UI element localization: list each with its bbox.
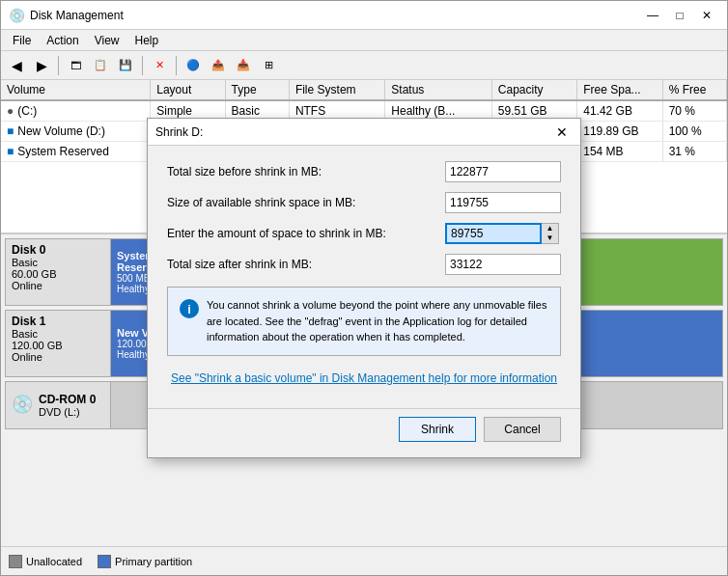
modal-label-2: Size of available shrink space in MB:: [167, 196, 445, 209]
modal-row-4: Total size after shrink in MB: 33122: [167, 254, 561, 275]
modal-title: Shrink D:: [155, 125, 551, 139]
modal-overlay: Shrink D: ✕ Total size before shrink in …: [0, 0, 728, 576]
modal-spinner: ▲ ▼: [542, 223, 559, 244]
modal-row-1: Total size before shrink in MB: 122877: [167, 161, 561, 182]
modal-value-2: 119755: [445, 192, 561, 213]
spinner-down-button[interactable]: ▼: [542, 233, 558, 243]
shrink-modal: Shrink D: ✕ Total size before shrink in …: [147, 118, 581, 458]
modal-body: Total size before shrink in MB: 122877 S…: [148, 146, 580, 408]
modal-title-bar: Shrink D: ✕: [148, 119, 580, 146]
modal-close-button[interactable]: ✕: [551, 123, 573, 141]
cancel-button[interactable]: Cancel: [484, 417, 561, 442]
spinner-up-button[interactable]: ▲: [542, 224, 558, 233]
modal-label-1: Total size before shrink in MB:: [167, 165, 445, 178]
modal-label-3: Enter the amount of space to shrink in M…: [167, 227, 445, 240]
modal-row-3: Enter the amount of space to shrink in M…: [167, 223, 561, 244]
shrink-button[interactable]: Shrink: [399, 417, 476, 442]
modal-info-box: i You cannot shrink a volume beyond the …: [167, 287, 561, 356]
modal-label-4: Total size after shrink in MB:: [167, 258, 445, 271]
shrink-amount-input[interactable]: [445, 223, 542, 244]
modal-footer: Shrink Cancel: [148, 408, 580, 457]
modal-info-text: You cannot shrink a volume beyond the po…: [207, 297, 548, 345]
modal-input-wrap: ▲ ▼: [445, 223, 561, 244]
modal-row-2: Size of available shrink space in MB: 11…: [167, 192, 561, 213]
modal-help-link[interactable]: See "Shrink a basic volume" in Disk Mana…: [167, 368, 561, 393]
info-icon: i: [180, 299, 199, 318]
modal-value-4: 33122: [445, 254, 561, 275]
modal-value-1: 122877: [445, 161, 561, 182]
